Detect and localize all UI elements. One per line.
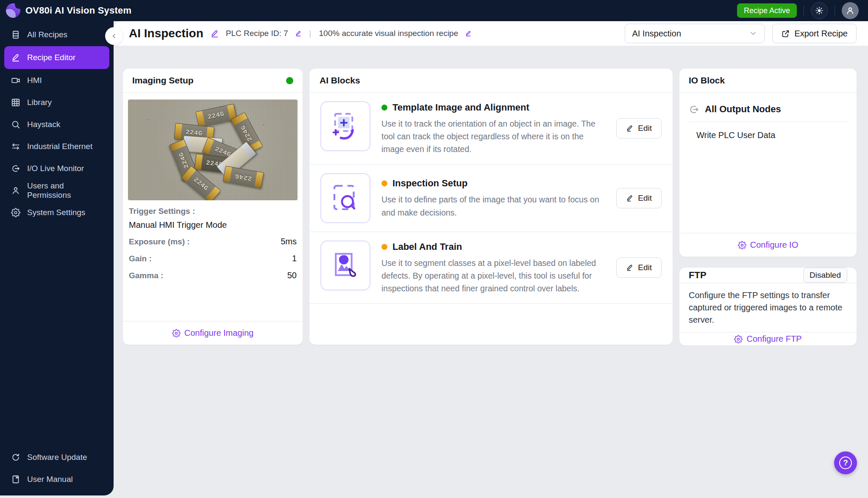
- configure-imaging-button[interactable]: Configure Imaging: [170, 328, 256, 338]
- io-block-card: IO Block All Output Nodes Write PLC User…: [679, 69, 857, 257]
- hmi-display-icon: [11, 76, 20, 85]
- configure-io-label: Configure IO: [750, 240, 798, 250]
- sidebar-item-hmi[interactable]: HMI: [4, 70, 109, 91]
- sidebar-item-haystack[interactable]: Haystack: [4, 114, 109, 135]
- output-node-icon: [689, 104, 699, 115]
- ai-block-description: Use it to define parts of the image that…: [381, 193, 605, 219]
- configure-io-button[interactable]: Configure IO: [735, 240, 801, 250]
- gain-row: Gain : 1: [129, 254, 297, 263]
- imaging-settings: Trigger Settings : Manual HMI Trigger Mo…: [123, 200, 303, 288]
- recipe-description: 100% accurate visual inspection recipe: [319, 29, 458, 38]
- edit-plc-id-icon[interactable]: [295, 30, 302, 37]
- ftp-title: FTP: [689, 270, 707, 281]
- export-recipe-button[interactable]: Export Recipe: [772, 24, 857, 43]
- sidebar-collapse-button[interactable]: ‹: [105, 27, 123, 45]
- sidebar-item-label: System Settings: [27, 208, 85, 217]
- sidebar-item-io-live-monitor[interactable]: I/O Live Monitor: [4, 158, 109, 179]
- page-header-left: AI Inspection PLC Recipe ID: 7 | 100% ac…: [129, 27, 472, 40]
- smd-chip: 224G: [195, 104, 237, 127]
- sidebar-item-software-update[interactable]: Software Update: [4, 447, 109, 468]
- output-nodes-title: All Output Nodes: [705, 104, 781, 115]
- right-column: IO Block All Output Nodes Write PLC User…: [679, 69, 857, 346]
- swap-arrows-icon: [11, 142, 20, 151]
- chevron-down-icon: [749, 29, 757, 38]
- content-grid: Imaging Setup 224G224G224G224G224G224G22…: [114, 46, 868, 346]
- ai-block-title: Label And Train: [392, 241, 462, 252]
- edit-title-icon[interactable]: [210, 29, 219, 38]
- export-icon: [781, 29, 790, 38]
- gain-value: 1: [292, 254, 297, 263]
- edit-inspection-setup-button[interactable]: Edit: [616, 188, 662, 208]
- main-area: ‹ AI Inspection PLC Recipe ID: 7 | 100% …: [114, 21, 868, 498]
- topbar-separator: [804, 6, 804, 16]
- exposure-row: Exposure (ms) : 5ms: [129, 237, 297, 246]
- ai-block-text: Inspection Setup Use it to define parts …: [381, 177, 605, 219]
- pen-underline-icon: [11, 53, 20, 62]
- edit-description-icon[interactable]: [465, 30, 472, 37]
- io-monitor-icon: [11, 164, 20, 173]
- sidebar-item-label: HMI: [27, 76, 42, 85]
- edit-template-alignment-button[interactable]: Edit: [616, 118, 662, 138]
- ai-block-row-template-alignment: Template Image and Alignment Use it to t…: [309, 93, 673, 165]
- pen-icon: [626, 194, 634, 202]
- imaging-card-title: Imaging Setup: [132, 75, 194, 86]
- sidebar-item-industrial-ethernet[interactable]: Industrial Ethernet: [4, 136, 109, 157]
- configure-imaging-label: Configure Imaging: [184, 328, 253, 338]
- sidebar-item-system-settings[interactable]: System Settings: [4, 202, 109, 223]
- help-button[interactable]: ?: [834, 451, 857, 474]
- gamma-row: Gamma : 50: [129, 271, 297, 280]
- user-avatar-button[interactable]: [842, 2, 859, 19]
- sidebar-item-label: Industrial Ethernet: [27, 142, 92, 151]
- user-icon: [846, 6, 855, 15]
- configure-ftp-button[interactable]: Configure FTP: [732, 334, 804, 344]
- topbar-separator: [835, 6, 835, 16]
- sidebar-item-users-permissions[interactable]: Users and Permissions: [4, 180, 109, 201]
- template-alignment-icon: [320, 101, 370, 151]
- configure-ftp-label: Configure FTP: [746, 334, 801, 344]
- refresh-icon: [11, 453, 20, 462]
- ftp-status-badge: Disabled: [803, 268, 847, 283]
- inspection-setup-icon: [320, 173, 370, 223]
- imaging-status-dot: [286, 77, 293, 84]
- io-block-header: IO Block: [679, 69, 857, 93]
- sidebar-item-label: All Recipes: [27, 30, 67, 39]
- sidebar-item-user-manual[interactable]: User Manual: [4, 469, 109, 490]
- gear-icon: [11, 208, 20, 217]
- sidebar-item-library[interactable]: Library: [4, 92, 109, 113]
- ai-block-description: Use it to track the orientation of an ob…: [381, 117, 605, 156]
- search-icon: [11, 120, 20, 129]
- ai-block-description: Use it to segment classes at a pixel-lev…: [381, 257, 605, 295]
- smd-chip: 224G: [223, 166, 264, 188]
- gain-label: Gain :: [129, 254, 152, 263]
- output-nodes-header: All Output Nodes: [689, 104, 847, 115]
- edit-label-train-button[interactable]: Edit: [616, 257, 662, 278]
- gamma-value: 50: [287, 271, 297, 280]
- sidebar-nav: All Recipes Recipe Editor HMI Library Ha…: [0, 24, 114, 446]
- ai-blocks-title: AI Blocks: [320, 75, 360, 86]
- edit-button-label: Edit: [638, 263, 652, 272]
- sidebar-item-label: Users and Permissions: [27, 181, 103, 200]
- sidebar-item-label: Software Update: [27, 453, 87, 462]
- recipe-active-badge: Recipe Active: [737, 3, 797, 18]
- topbar-actions: Recipe Active: [737, 2, 859, 19]
- theme-toggle-button[interactable]: [811, 2, 828, 19]
- io-block-body: All Output Nodes Write PLC User Data: [679, 93, 857, 233]
- ftp-header: FTP Disabled: [679, 268, 857, 283]
- recipe-select[interactable]: AI Inspection: [625, 24, 765, 43]
- output-node-item: Write PLC User Data: [689, 122, 847, 140]
- edit-button-label: Edit: [638, 124, 652, 133]
- page-header: AI Inspection PLC Recipe ID: 7 | 100% ac…: [114, 21, 868, 46]
- ftp-card: FTP Disabled Configure the FTP settings …: [679, 268, 857, 346]
- sidebar-item-recipe-editor[interactable]: Recipe Editor: [4, 46, 109, 69]
- topbar: OV80i AI Vision System Recipe Active: [0, 0, 868, 21]
- gear-icon: [734, 335, 743, 343]
- imaging-card-footer: Configure Imaging: [123, 321, 303, 345]
- io-block-title: IO Block: [689, 75, 725, 86]
- pen-icon: [626, 264, 634, 271]
- sidebar-item-all-recipes[interactable]: All Recipes: [4, 24, 109, 45]
- brand: OV80i AI Vision System: [6, 3, 131, 18]
- gamma-label: Gamma :: [129, 271, 163, 280]
- trigger-settings-label: Trigger Settings :: [129, 207, 297, 216]
- app-title: OV80i AI Vision System: [25, 5, 131, 16]
- user-icon: [11, 186, 20, 195]
